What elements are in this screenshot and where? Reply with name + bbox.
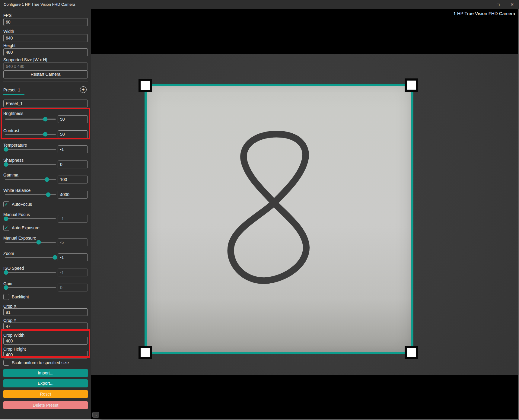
check-icon: ✓ [5, 202, 8, 206]
manual-focus-slider-handle [4, 217, 8, 221]
white-balance-slider-handle[interactable] [46, 192, 50, 197]
contrast-value-input[interactable]: 50 [58, 130, 88, 138]
auto-exposure-label: Auto Exposure [12, 225, 40, 230]
zoom-slider-track[interactable] [5, 257, 56, 258]
backlight-label: Backlight [12, 294, 29, 299]
close-button[interactable]: ✕ [505, 0, 519, 9]
camera-preview-area: 1 HP True Vision FHD Camera ∷ [91, 9, 518, 419]
crop-width-input[interactable]: 400 [3, 337, 88, 345]
letterbox-bottom [91, 375, 518, 419]
crop-x-input[interactable]: 81 [3, 308, 88, 316]
contrast-slider-row: 50 [3, 130, 88, 138]
crop-y-label: Crop Y [3, 318, 88, 323]
gain-slider-track [5, 287, 56, 288]
iso-speed-value-input: -1 [58, 269, 88, 276]
gain-value-input: 0 [58, 284, 88, 291]
gamma-slider-handle[interactable] [44, 177, 49, 182]
divider [3, 81, 88, 82]
window-title: Configure 1 HP True Vision FHD Camera [4, 2, 75, 7]
backlight-checkbox-row: Backlight [3, 294, 88, 300]
handwritten-digit-8 [147, 86, 411, 352]
sharpness-slider-row: 0 [3, 161, 88, 168]
gain-slider-row: 0 [3, 284, 88, 291]
iso-speed-slider-row: -1 [3, 269, 88, 276]
scale-uniform-label: Scale uniform to specified size [12, 360, 69, 365]
temperature-slider-handle[interactable] [4, 147, 8, 152]
scale-uniform-checkbox[interactable] [3, 360, 9, 366]
manual-focus-slider-track [5, 218, 56, 219]
brightness-slider-handle[interactable] [43, 117, 47, 122]
backlight-checkbox[interactable] [3, 294, 9, 300]
white-balance-slider-row: 4000 [3, 191, 88, 199]
add-preset-icon[interactable]: + [80, 86, 87, 93]
fps-input[interactable]: 60 [3, 18, 88, 26]
supported-size-input: 640 x 480 [3, 62, 88, 70]
crop-handle-top-left[interactable] [139, 79, 152, 92]
maximize-button[interactable]: □ [491, 0, 505, 9]
autofocus-checkbox[interactable]: ✓ [3, 201, 9, 207]
manual-exposure-value-input: -5 [58, 238, 88, 246]
white-balance-value-input[interactable]: 4000 [58, 191, 88, 199]
preset-name-input[interactable]: Preset_1 [3, 100, 88, 107]
window-controls: — □ ✕ [477, 0, 519, 9]
delete-preset-button[interactable]: Delete Preset [3, 401, 88, 409]
autofocus-checkbox-row: ✓ AutoFocus [3, 201, 88, 207]
width-label: Width [3, 29, 88, 34]
title-bar: Configure 1 HP True Vision FHD Camera — … [0, 0, 519, 9]
restart-camera-button[interactable]: Restart Camera [3, 70, 88, 78]
import-button[interactable]: Import... [3, 369, 88, 377]
zoom-value-input[interactable]: -1 [58, 253, 88, 261]
temperature-value-input[interactable]: -1 [58, 145, 88, 153]
manual-exposure-slider-handle [36, 240, 41, 245]
gamma-value-input[interactable]: 100 [58, 176, 88, 183]
height-input[interactable]: 480 [3, 48, 88, 56]
preset-tab[interactable]: Preset_1 [3, 88, 88, 92]
check-icon: ✓ [5, 225, 8, 230]
zoom-slider-handle[interactable] [53, 255, 57, 260]
sharpness-value-input[interactable]: 0 [58, 161, 88, 168]
scale-uniform-checkbox-row: Scale uniform to specified size [3, 359, 88, 366]
temperature-slider-track[interactable] [5, 149, 56, 150]
brightness-slider-row: 50 [3, 115, 88, 123]
contrast-slider-track[interactable] [5, 134, 56, 135]
manual-focus-value-input: -1 [58, 215, 88, 223]
manual-focus-slider-row: -1 [3, 215, 88, 223]
crop-height-input[interactable]: 400 [3, 351, 88, 358]
crop-y-input[interactable]: 47 [3, 323, 88, 330]
camera-name-overlay: 1 HP True Vision FHD Camera [453, 11, 515, 16]
crop-region[interactable] [145, 84, 413, 354]
gamma-slider-track[interactable] [5, 179, 56, 180]
auto-exposure-checkbox[interactable]: ✓ [3, 225, 9, 231]
manual-exposure-slider-row: -5 [3, 238, 88, 246]
manual-exposure-slider-track [5, 242, 56, 243]
crop-x-label: Crop X [3, 304, 88, 309]
fps-label: FPS [3, 13, 88, 18]
gain-slider-handle [4, 285, 8, 290]
iso-speed-slider-track [5, 272, 56, 273]
temperature-slider-row: -1 [3, 145, 88, 153]
preset-tab-underline [3, 94, 24, 95]
width-input[interactable]: 640 [3, 34, 88, 42]
height-label: Height [3, 43, 88, 48]
sharpness-slider-handle[interactable] [4, 162, 8, 167]
gamma-slider-row: 100 [3, 176, 88, 183]
settings-sidebar: FPS 60 Width 640 Height 480 Supported Si… [0, 9, 91, 419]
brightness-value-input[interactable]: 50 [58, 115, 88, 123]
sharpness-slider-track[interactable] [5, 164, 56, 165]
supported-size-label: Supported Size [W x H] [3, 57, 88, 62]
iso-speed-slider-handle [4, 270, 8, 275]
zoom-slider-row: -1 [3, 253, 88, 261]
autofocus-label: AutoFocus [12, 202, 32, 207]
export-button[interactable]: Export... [3, 379, 88, 387]
crop-handle-bottom-right[interactable] [405, 346, 418, 359]
minimize-button[interactable]: — [477, 0, 491, 9]
crop-handle-bottom-left[interactable] [139, 346, 152, 359]
white-balance-slider-track[interactable] [5, 194, 56, 195]
reset-button[interactable]: Reset [3, 390, 88, 398]
contrast-slider-handle[interactable] [43, 132, 47, 137]
brightness-slider-track[interactable] [5, 119, 56, 120]
auto-exposure-checkbox-row: ✓ Auto Exposure [3, 224, 88, 231]
crop-handle-top-right[interactable] [405, 78, 418, 92]
resize-grip-icon[interactable]: ∷ [92, 412, 99, 418]
